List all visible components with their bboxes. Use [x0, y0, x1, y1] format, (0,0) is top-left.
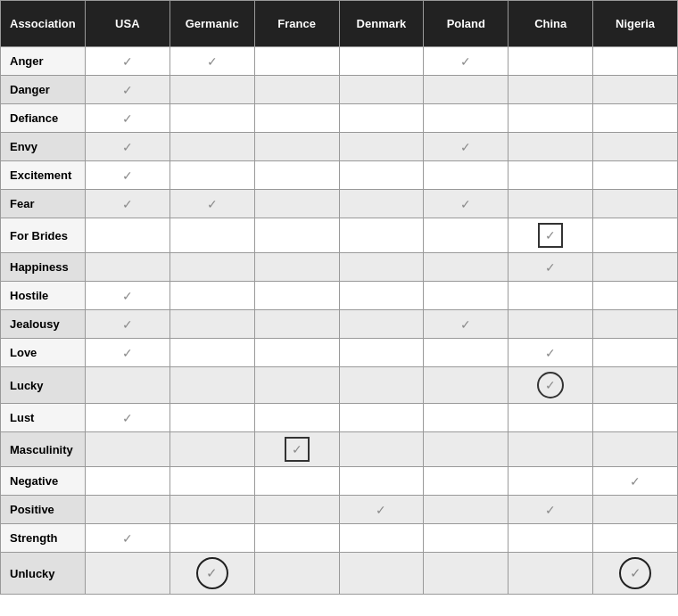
cell-china	[508, 404, 593, 432]
cell-association: Lust	[1, 404, 86, 432]
cell-poland	[424, 104, 508, 133]
cell-nigeria	[593, 496, 678, 524]
cell-denmark	[339, 339, 424, 367]
check-mark: ✓	[460, 197, 471, 211]
cell-nigeria	[593, 133, 678, 161]
cell-association: Envy	[1, 133, 86, 161]
col-header-france: France	[254, 1, 339, 47]
cell-nigeria	[593, 218, 678, 253]
cell-association: Fear	[1, 190, 86, 218]
check-mark: ✓	[460, 317, 471, 332]
circled-large-check: ✓	[619, 557, 651, 589]
cell-china	[508, 161, 593, 190]
check-mark: ✓	[207, 54, 218, 69]
cell-association: Masculinity	[1, 432, 86, 467]
cell-association: Defiance	[1, 104, 86, 133]
cell-nigeria	[593, 161, 678, 190]
check-mark: ✓	[122, 197, 133, 211]
cell-association: Lucky	[1, 367, 86, 404]
cell-poland	[424, 76, 508, 104]
check-mark: ✓	[207, 197, 218, 211]
table-row: Unlucky✓✓	[1, 553, 678, 595]
cell-denmark	[339, 161, 424, 190]
cell-usa: ✓	[85, 76, 170, 104]
cell-nigeria	[593, 404, 678, 432]
cell-usa: ✓	[85, 524, 170, 553]
cell-poland	[424, 553, 508, 595]
col-header-denmark: Denmark	[339, 1, 424, 47]
cell-usa: ✓	[85, 133, 170, 161]
check-mark: ✓	[122, 531, 133, 546]
cell-nigeria	[593, 253, 678, 282]
cell-china	[508, 524, 593, 553]
cell-usa: ✓	[85, 161, 170, 190]
cell-germanic	[170, 218, 254, 253]
table-row: Happiness✓	[1, 253, 678, 282]
cell-nigeria	[593, 524, 678, 553]
cell-germanic	[170, 367, 254, 404]
cell-china: ✓	[508, 496, 593, 524]
col-header-poland: Poland	[424, 1, 508, 47]
cell-nigeria: ✓	[593, 553, 678, 595]
cell-poland	[424, 404, 508, 432]
cell-china	[508, 432, 593, 467]
check-mark: ✓	[630, 474, 641, 489]
cell-poland	[424, 218, 508, 253]
cell-denmark	[339, 524, 424, 553]
cell-nigeria: ✓	[593, 467, 678, 496]
check-mark: ✓	[122, 140, 133, 154]
table-row: Strength✓	[1, 524, 678, 553]
cell-association: Happiness	[1, 253, 86, 282]
cell-china	[508, 190, 593, 218]
cell-germanic	[170, 467, 254, 496]
cell-poland	[424, 282, 508, 310]
check-mark: ✓	[122, 168, 133, 183]
cell-germanic	[170, 339, 254, 367]
cell-china	[508, 282, 593, 310]
cell-germanic	[170, 310, 254, 339]
cell-usa: ✓	[85, 282, 170, 310]
cell-denmark	[339, 218, 424, 253]
boxed-check: ✓	[285, 437, 310, 462]
cell-denmark	[339, 47, 424, 76]
table-row: Love✓✓	[1, 339, 678, 367]
cell-germanic	[170, 161, 254, 190]
cell-france	[254, 133, 339, 161]
cell-china: ✓	[508, 218, 593, 253]
col-header-nigeria: Nigeria	[593, 1, 678, 47]
cell-china: ✓	[508, 367, 593, 404]
check-mark: ✓	[122, 289, 133, 303]
cell-france	[254, 339, 339, 367]
cell-nigeria	[593, 367, 678, 404]
cell-usa	[85, 553, 170, 595]
cell-nigeria	[593, 339, 678, 367]
cell-china: ✓	[508, 339, 593, 367]
cell-germanic	[170, 76, 254, 104]
check-mark: ✓	[545, 503, 556, 517]
cell-association: Jealousy	[1, 310, 86, 339]
cell-usa: ✓	[85, 339, 170, 367]
cell-germanic	[170, 282, 254, 310]
cell-association: Positive	[1, 496, 86, 524]
boxed-check: ✓	[538, 223, 563, 248]
cell-association: Unlucky	[1, 553, 86, 595]
cell-poland: ✓	[424, 190, 508, 218]
table-row: Defiance✓	[1, 104, 678, 133]
cell-poland: ✓	[424, 310, 508, 339]
table-row: Jealousy✓✓	[1, 310, 678, 339]
check-mark: ✓	[122, 83, 133, 97]
check-mark: ✓	[376, 503, 386, 517]
cell-denmark	[339, 190, 424, 218]
cell-nigeria	[593, 47, 678, 76]
table-row: Positive✓✓	[1, 496, 678, 524]
cell-usa: ✓	[85, 47, 170, 76]
cell-poland: ✓	[424, 47, 508, 76]
cell-germanic: ✓	[170, 47, 254, 76]
cell-poland	[424, 161, 508, 190]
cell-france	[254, 467, 339, 496]
cell-china	[508, 133, 593, 161]
cell-denmark	[339, 310, 424, 339]
circled-large-check: ✓	[196, 557, 228, 589]
cell-china: ✓	[508, 253, 593, 282]
cell-china	[508, 310, 593, 339]
